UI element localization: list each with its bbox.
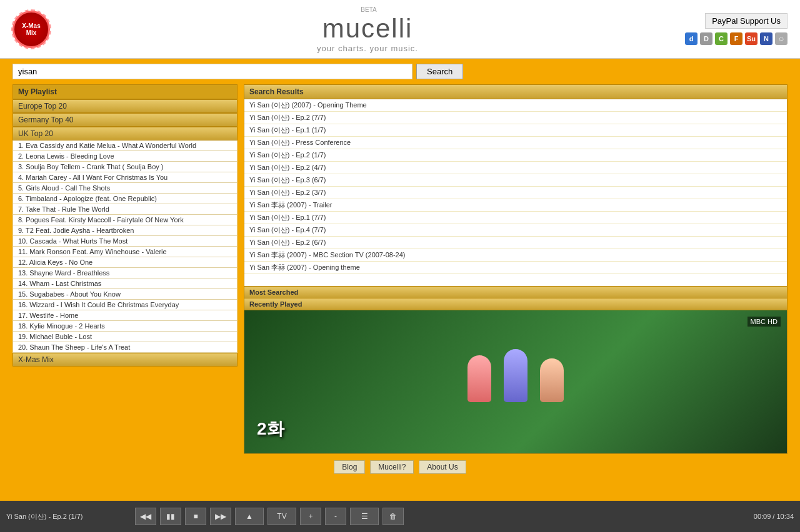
track-item[interactable]: 19. Michael Buble - Lost [12,332,238,342]
paypal-button[interactable]: PayPal Support Us [705,13,788,29]
germany-top40-header[interactable]: Germany Top 40 [12,113,238,127]
result-item[interactable]: Yi San (이산) - Ep.2 (4/7) [244,162,787,174]
track-item[interactable]: 14. Wham - Last Christmas [12,278,238,289]
blog-link[interactable]: Blog [334,460,365,474]
logo-area: X-Mas Mix [12,11,50,48]
about-link[interactable]: About Us [419,460,466,474]
care2-icon[interactable]: C [715,32,728,45]
uk-top20-header[interactable]: UK Top 20 [12,127,238,140]
track-item[interactable]: 4. Mariah Carey - All I Want For Christm… [12,172,238,183]
result-item[interactable]: Yi San (이산) - Ep.3 (6/7) [244,174,787,187]
track-item[interactable]: 3. Soulja Boy Tellem - Crank That ( Soul… [12,162,238,172]
left-panel: My Playlist Europe Top 20 Germany Top 40… [12,84,238,454]
result-item[interactable]: Yi San (이산) - Ep.1 (1/7) [244,124,787,137]
search-button[interactable]: Search [416,64,463,79]
stumbleupon-icon[interactable]: Su [745,32,758,45]
result-item[interactable]: Yi San (이산) - Press Conference [244,137,787,149]
video-placeholder: 2화 [244,310,787,453]
result-item[interactable]: Yi San (이산) - Ep.2 (3/7) [244,187,787,199]
track-item[interactable]: 1. Eva Cassidy and Katie Melua - What A … [12,140,238,151]
recently-played-label: Recently Played [244,298,788,310]
footer-links: Blog Mucelli? About Us [0,454,800,480]
track-item[interactable]: 12. Alicia Keys - No One [12,257,238,268]
site-title: BETA mucelli your charts. your music. [317,5,418,53]
figure-1 [468,355,491,402]
result-item[interactable]: Yi San (이산) (2007) - Opening Theme [244,99,787,112]
header-right: PayPal Support Us dDCFSuN☺ [685,13,788,45]
result-item[interactable]: Yi San (이산) - Ep.2 (7/7) [244,112,787,124]
video-overlay-text: 2화 [257,417,284,441]
xmas-badge[interactable]: X-Mas Mix [12,11,50,48]
search-bar: Search [0,59,800,84]
header: X-Mas Mix BETA mucelli your charts. your… [0,0,800,59]
most-searched-label: Most Searched [244,287,788,298]
europe-top20-header[interactable]: Europe Top 20 [12,99,238,113]
video-container: 2화 [244,310,788,454]
result-item[interactable]: Yi San (이산) - Ep.4 (7/7) [244,224,787,237]
mucelli-link[interactable]: Mucelli? [370,460,414,474]
track-item[interactable]: 10. Cascada - What Hurts The Most [12,236,238,247]
result-item[interactable]: Yi San 李祘 (2007) - Opening theme [244,262,787,274]
digg-icon[interactable]: D [700,32,712,45]
result-item[interactable]: Yi San (이산) - Ep.2 (6/7) [244,237,787,249]
search-results-header: Search Results [244,84,788,99]
main-content: My Playlist Europe Top 20 Germany Top 40… [0,84,800,454]
track-item[interactable]: 2. Leona Lewis - Bleeding Love [12,151,238,162]
figure-2 [504,349,528,402]
xmas-mix-bar[interactable]: X-Mas Mix [12,353,238,367]
results-list[interactable]: Yi San (이산) (2007) - Opening ThemeYi San… [244,99,788,287]
netscape-icon[interactable]: N [760,32,772,45]
xmas-line2: Mix [26,29,37,36]
track-item[interactable]: 11. Mark Ronson Feat. Amy Winehouse - Va… [12,247,238,257]
track-list: 1. Eva Cassidy and Katie Melua - What A … [12,140,238,353]
result-item[interactable]: Yi San (이산) - Ep.1 (7/7) [244,212,787,224]
track-item[interactable]: 6. Timbaland - Apologize (feat. One Repu… [12,194,238,204]
result-item[interactable]: Yi San 李祘 (2007) - Trailer [244,199,787,212]
figure-3 [540,358,564,402]
track-item[interactable]: 15. Sugababes - About You Know [12,289,238,300]
xmas-line1: X-Mas [22,22,40,29]
my-playlist-header[interactable]: My Playlist [12,84,238,99]
delicious-icon[interactable]: d [685,32,698,45]
track-item[interactable]: 18. Kylie Minogue - 2 Hearts [12,321,238,332]
track-item[interactable]: 8. Pogues Feat. Kirsty Maccoll - Fairyta… [12,215,238,225]
video-figures [468,349,564,402]
track-item[interactable]: 5. Girls Aloud - Call The Shots [12,183,238,194]
result-item[interactable]: Yi San 李祘 (2007) - MBC Section TV (2007-… [244,249,787,262]
site-subtitle: your charts. your music. [317,44,418,53]
profile-icon[interactable]: ☺ [775,32,788,45]
track-item[interactable]: 16. Wizzard - I Wish It Could Be Christm… [12,300,238,310]
track-item[interactable]: 13. Shayne Ward - Breathless [12,268,238,278]
track-item[interactable]: 17. Westlife - Home [12,310,238,321]
track-item[interactable]: 7. Take That - Rule The World [12,204,238,215]
track-item[interactable]: 20. Shaun The Sheep - Life's A Treat [12,342,238,353]
result-item[interactable]: Yi San (이산) - Ep.2 (1/7) [244,149,787,162]
fark-icon[interactable]: F [730,32,742,45]
site-name: mucelli [317,14,418,44]
social-icons: dDCFSuN☺ [685,32,788,45]
beta-label: BETA [361,6,376,13]
right-panel: Search Results Yi San (이산) (2007) - Open… [244,84,788,454]
track-item[interactable]: 9. T2 Feat. Jodie Aysha - Heartbroken [12,225,238,236]
search-input[interactable] [12,64,412,79]
